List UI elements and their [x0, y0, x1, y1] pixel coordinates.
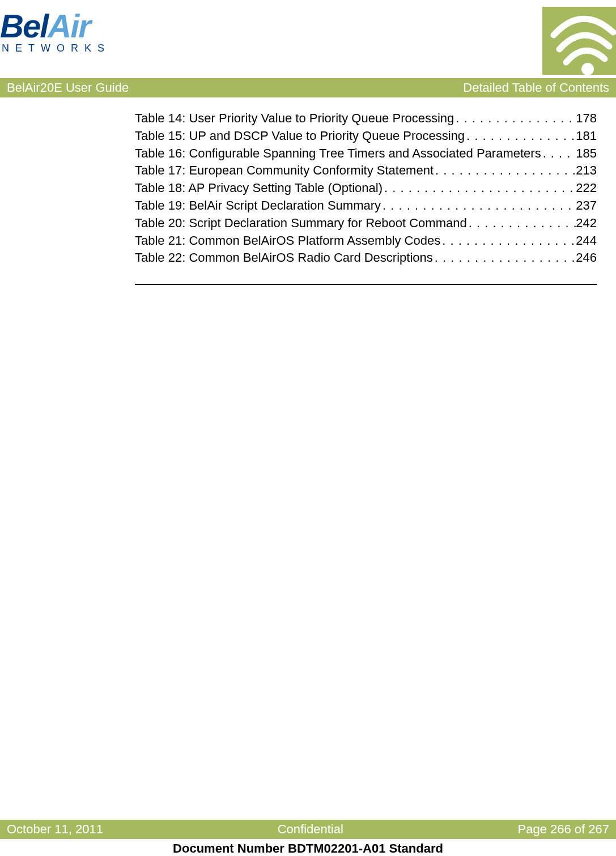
- svg-point-1: [581, 63, 594, 75]
- footer: October 11, 2011 Confidential Page 266 o…: [0, 820, 616, 856]
- toc-page: 178: [576, 110, 597, 127]
- toc-leader: [433, 249, 576, 267]
- toc-leader: [465, 127, 576, 145]
- toc-page: 237: [576, 197, 597, 215]
- logo-air: Air: [48, 7, 90, 44]
- toc-leader: [381, 197, 576, 215]
- footer-date: October 11, 2011: [7, 822, 103, 837]
- footer-page: Page 266 of 267: [518, 822, 609, 837]
- divider: [135, 284, 597, 285]
- toc-entry: Table 18: AP Privacy Setting Table (Opti…: [135, 180, 597, 197]
- toc-entry: Table 15: UP and DSCP Value to Priority …: [135, 127, 597, 145]
- toc-label: Table 19: BelAir Script Declaration Summ…: [135, 197, 381, 215]
- toc-label: Table 16: Configurable Spanning Tree Tim…: [135, 145, 541, 163]
- toc-entry: Table 20: Script Declaration Summary for…: [135, 215, 597, 232]
- toc-page: 242: [576, 215, 597, 232]
- toc-leader: [440, 232, 576, 250]
- toc-label: Table 18: AP Privacy Setting Table (Opti…: [135, 180, 383, 197]
- toc-entry: Table 21: Common BelAirOS Platform Assem…: [135, 232, 597, 250]
- toc-label: Table 21: Common BelAirOS Platform Assem…: [135, 232, 440, 250]
- toc-page: 185: [576, 145, 597, 163]
- toc-leader: [434, 162, 576, 180]
- toc-content: Table 14: User Priority Value to Priorit…: [135, 110, 597, 267]
- toc-entry: Table 17: European Community Conformity …: [135, 162, 597, 180]
- toc-page: 244: [576, 232, 597, 250]
- toc-label: Table 20: Script Declaration Summary for…: [135, 215, 467, 232]
- toc-page: 213: [576, 162, 597, 180]
- footer-docnum: Document Number BDTM02201-A01 Standard: [0, 839, 616, 856]
- title-banner: BelAir20E User Guide Detailed Table of C…: [0, 78, 616, 97]
- logo-bel: Bel: [0, 7, 48, 44]
- toc-entry: Table 22: Common BelAirOS Radio Card Des…: [135, 249, 597, 267]
- toc-label: Table 14: User Priority Value to Priorit…: [135, 110, 454, 127]
- footer-banner: October 11, 2011 Confidential Page 266 o…: [0, 820, 616, 839]
- company-logo: BelAir NETWORKS: [0, 7, 111, 54]
- footer-confidential: Confidential: [278, 822, 343, 837]
- logo-brand: BelAir: [0, 7, 111, 45]
- toc-leader: [467, 215, 576, 232]
- toc-label: Table 15: UP and DSCP Value to Priority …: [135, 127, 465, 145]
- toc-page: 246: [576, 249, 597, 267]
- toc-entry: Table 16: Configurable Spanning Tree Tim…: [135, 145, 597, 163]
- header: BelAir NETWORKS: [0, 0, 616, 75]
- logo-networks: NETWORKS: [0, 42, 111, 54]
- toc-leader: [541, 145, 576, 163]
- toc-page: 222: [576, 180, 597, 197]
- toc-leader: [383, 180, 576, 197]
- wifi-signal-icon: [542, 7, 616, 75]
- toc-page: 181: [576, 127, 597, 145]
- toc-label: Table 22: Common BelAirOS Radio Card Des…: [135, 249, 433, 267]
- toc-leader: [454, 110, 576, 127]
- doc-title: BelAir20E User Guide: [7, 80, 129, 95]
- section-title: Detailed Table of Contents: [463, 80, 609, 95]
- toc-entry: Table 14: User Priority Value to Priorit…: [135, 110, 597, 127]
- toc-entry: Table 19: BelAir Script Declaration Summ…: [135, 197, 597, 215]
- toc-label: Table 17: European Community Conformity …: [135, 162, 434, 180]
